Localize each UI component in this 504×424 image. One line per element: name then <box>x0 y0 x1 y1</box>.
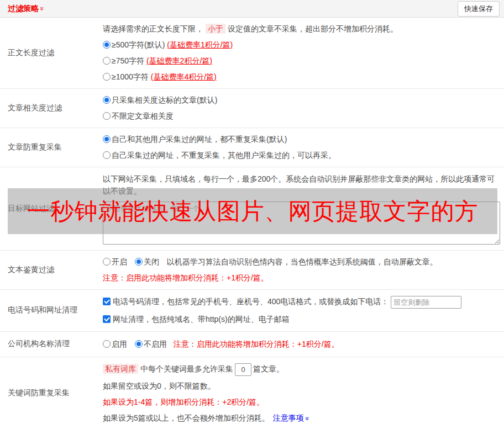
option-label[interactable]: ≥1000字符 <box>112 72 151 81</box>
double-chevron-down-icon[interactable]: » <box>39 7 46 10</box>
blocked-domains-textarea[interactable] <box>103 202 500 245</box>
row-content: 只采集相关度达标的文章(默认) 不限定文章相关度 <box>103 89 504 128</box>
option-label[interactable]: 关闭 <box>144 257 159 266</box>
row-label: 文章防重复采集 <box>0 128 103 167</box>
row-label: 关键词防重复采集 <box>0 357 103 424</box>
option-label[interactable]: 只采集相关度达标的文章(默认) <box>112 96 217 104</box>
row-content: 以下网站不采集，只填域名，每行一个，最多200个。系统会自动识别并屏蔽那些非文章… <box>103 167 504 250</box>
private-lexicon-tag: 私有词库 <box>103 364 138 374</box>
option-label[interactable]: 启用 <box>112 340 127 348</box>
porn-filter-desc: 以机器学习算法自动识别色情内容，当色情概率达到系统阈值，自动屏蔽文章。 <box>167 257 438 266</box>
row-label: 文章相关度过滤 <box>0 89 103 128</box>
porn-filter-options: 开启 关闭 以机器学习算法自动识别色情内容，当色情概率达到系统阈值，自动屏蔽文章… <box>103 256 500 268</box>
row-content: 启用 不启用 注意：启用此功能将增加积分消耗：+1积分/篇。 <box>103 333 504 356</box>
option-label[interactable]: 不启用 <box>144 340 167 348</box>
radio-porn-on[interactable] <box>103 258 111 266</box>
line-text: 篇文章。 <box>253 364 284 373</box>
page-title[interactable]: 过滤策略 <box>8 4 39 14</box>
row-company-name-clean: 公司机构名称清理 启用 不启用 注意：启用此功能将增加积分消耗：+1积分/篇。 <box>0 332 504 357</box>
option-label[interactable]: 自己采集过的网址，不重复采集，其他用户采集过的，可以再采。 <box>112 151 336 160</box>
radio-relevance-any[interactable] <box>103 112 111 120</box>
option-label[interactable]: 不限定文章相关度 <box>112 112 174 120</box>
duplicate-option-global: 自己和其他用户采集过的网址，都不重复采集(默认) <box>103 134 500 145</box>
radio-750-chars[interactable] <box>103 57 111 65</box>
desc-text: 请选择需求的正文长度下限， <box>103 24 203 33</box>
row-relevance-filter: 文章相关度过滤 只采集相关度达标的文章(默认) 不限定文章相关度 <box>0 89 504 128</box>
radio-1000-chars[interactable] <box>103 73 111 81</box>
row-content: 私有词库中每个关键词最多允许采集篇文章。 如果留空或设为0，则不限篇数。 如果设… <box>103 357 504 424</box>
option-label[interactable]: 电话号码清理，包括常见的手机号、座机号、400电话格式，或替换成如下电话： <box>113 297 389 306</box>
fee-note: (基础费率2积分/篇) <box>146 56 212 65</box>
keyword-note-cost: 如果设为1-4篇，则增加积分消耗：+2积分/篇。 <box>103 396 500 408</box>
row-content: 请选择需求的正文长度下限，小于设定值的文章不采集，超出部分不增加积分消耗。 ≥5… <box>103 18 504 88</box>
line-text: 如果设为5篇或以上，也不会额外增加积分消耗。 <box>103 414 270 422</box>
phone-clean-option: 电话号码清理，包括常见的手机号、座机号、400电话格式，或替换成如下电话： <box>103 295 500 309</box>
option-label[interactable]: 开启 <box>112 257 127 266</box>
keyword-limit-line: 私有词库中每个关键词最多允许采集篇文章。 <box>103 363 500 376</box>
header-bar: 过滤策略 » 快速保存 <box>0 0 504 18</box>
quick-save-button[interactable]: 快速保存 <box>458 1 500 17</box>
row-target-site-filter: 目标网站过滤 以下网站不采集，只填域名，每行一个，最多200个。系统会自动识别并… <box>0 167 504 251</box>
row-anti-duplicate: 文章防重复采集 自己和其他用户采集过的网址，都不重复采集(默认) 自己采集过的网… <box>0 128 504 167</box>
url-clean-option: 网址清理，包括纯域名、带http(s)的网址、电子邮箱 <box>103 313 500 326</box>
site-filter-desc: 以下网站不采集，只填域名，每行一个，最多200个。系统会自动识别并屏蔽那些非文章… <box>103 173 500 197</box>
row-content: 自己和其他用户采集过的网址，都不重复采集(默认) 自己采集过的网址，不重复采集，… <box>103 128 504 167</box>
checkbox-url-clean[interactable] <box>103 315 111 323</box>
keyword-limit-input[interactable] <box>235 363 251 376</box>
option-label[interactable]: 自己和其他用户采集过的网址，都不重复采集(默认) <box>112 135 287 144</box>
option-label[interactable]: 网址清理，包括纯域名、带http(s)的网址、电子邮箱 <box>113 315 290 324</box>
relevance-option-strict: 只采集相关度达标的文章(默认) <box>103 94 500 106</box>
radio-relevance-strict[interactable] <box>103 96 111 104</box>
checkbox-phone-clean[interactable] <box>103 298 111 305</box>
length-option-500: ≥500字符(默认) (基础费率1积分/篇) <box>103 39 500 51</box>
row-label: 文本鉴黄过滤 <box>0 251 103 289</box>
double-chevron-down-icon[interactable]: » <box>304 416 311 420</box>
radio-company-enable[interactable] <box>103 340 111 348</box>
radio-duplicate-global[interactable] <box>103 135 111 143</box>
fee-note: (基础费率4积分/篇) <box>151 72 217 81</box>
length-option-750: ≥750字符 (基础费率2积分/篇) <box>103 55 500 67</box>
lt-tag: 小于 <box>206 24 225 34</box>
notice-link[interactable]: 注意事项 <box>273 414 304 422</box>
option-label[interactable]: ≥750字符 <box>112 56 146 65</box>
row-body-length-filter: 正文长度过滤 请选择需求的正文长度下限，小于设定值的文章不采集，超出部分不增加积… <box>0 18 504 89</box>
radio-500-chars[interactable] <box>103 41 111 49</box>
company-clean-options: 启用 不启用 注意：启用此功能将增加积分消耗：+1积分/篇。 <box>103 338 500 350</box>
option-label[interactable]: ≥500字符(默认) <box>112 40 167 49</box>
relevance-option-any: 不限定文章相关度 <box>103 110 500 122</box>
row-content: 电话号码清理，包括常见的手机号、座机号、400电话格式，或替换成如下电话： 网址… <box>103 290 504 331</box>
radio-duplicate-own[interactable] <box>103 151 111 159</box>
porn-filter-cost-note: 注意：启用此功能将增加积分消耗：+1积分/篇。 <box>103 272 500 284</box>
row-label: 目标网站过滤 <box>0 167 103 250</box>
replacement-phone-input[interactable] <box>391 296 461 309</box>
row-label: 正文长度过滤 <box>0 18 103 88</box>
keyword-note-five: 如果设为5篇或以上，也不会额外增加积分消耗。注意事项» <box>103 412 500 424</box>
row-porn-filter: 文本鉴黄过滤 开启 关闭 以机器学习算法自动识别色情内容，当色情概率达到系统阈值… <box>0 251 504 290</box>
company-clean-cost-note: 注意：启用此功能将增加积分消耗：+1积分/篇。 <box>174 340 339 348</box>
radio-porn-off[interactable] <box>135 258 143 266</box>
row-phone-url-clean: 电话号码和网址清理 电话号码清理，包括常见的手机号、座机号、400电话格式，或替… <box>0 290 504 332</box>
row-label: 公司机构名称清理 <box>0 333 103 356</box>
length-filter-desc: 请选择需求的正文长度下限，小于设定值的文章不采集，超出部分不增加积分消耗。 <box>103 23 500 35</box>
duplicate-option-own: 自己采集过的网址，不重复采集，其他用户采集过的，可以再采。 <box>103 150 500 161</box>
fee-note: (基础费率1积分/篇) <box>167 40 233 49</box>
row-content: 开启 关闭 以机器学习算法自动识别色情内容，当色情概率达到系统阈值，自动屏蔽文章… <box>103 251 504 289</box>
desc-text: 设定值的文章不采集，超出部分不增加积分消耗。 <box>228 24 398 33</box>
length-option-1000: ≥1000字符 (基础费率4积分/篇) <box>103 71 500 83</box>
row-keyword-anti-duplicate: 关键词防重复采集 私有词库中每个关键词最多允许采集篇文章。 如果留空或设为0，则… <box>0 357 504 424</box>
keyword-note-zero: 如果留空或设为0，则不限篇数。 <box>103 380 500 392</box>
radio-company-disable[interactable] <box>135 340 143 348</box>
row-label: 电话号码和网址清理 <box>0 290 103 331</box>
line-text: 中每个关键词最多允许采集 <box>140 364 233 373</box>
